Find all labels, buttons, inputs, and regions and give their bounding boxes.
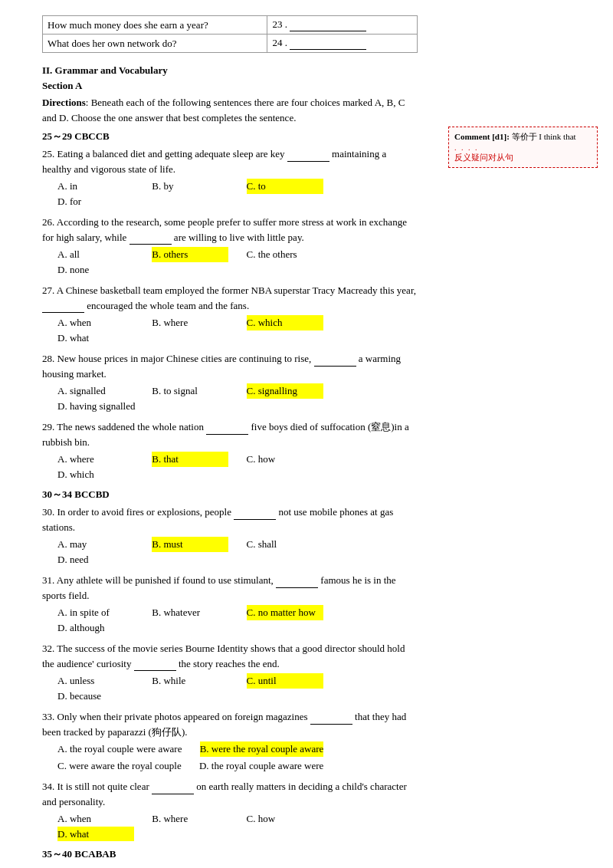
option-25d: D. for: [57, 194, 134, 209]
table-cell-question2: What does her own network do?: [43, 35, 267, 53]
option-26d: D. none: [57, 262, 134, 278]
table-cell-question1: How much money does she earn a year?: [43, 16, 267, 35]
option-26b: B. others: [152, 247, 228, 262]
option-28c: C. signalling: [247, 383, 323, 399]
option-28a: A. signalled: [57, 383, 134, 399]
table-cell-answer2: 24 .: [267, 35, 418, 53]
option-30b: B. must: [152, 537, 228, 552]
option-29a: A. where: [57, 452, 134, 467]
question-range-3: 35～40 BCABAB: [42, 847, 418, 861]
question-31: 31. Any athlete will be punished if foun…: [42, 573, 418, 635]
option-33c: C. were aware the royal couple: [57, 758, 182, 774]
section-title: II. Grammar and Vocabulary: [42, 64, 418, 77]
option-25a: A. in: [57, 179, 134, 194]
question-27: 27. A Chinese basketball team employed t…: [42, 283, 418, 345]
table-row: What does her own network do? 24 .: [43, 35, 418, 53]
question-29: 29. The news saddened the whole nation f…: [42, 419, 418, 482]
question-30: 30. In order to avoid fires or explosion…: [42, 505, 418, 567]
options-row-32: A. unless B. while C. until D. because: [57, 673, 418, 703]
option-27c: C. which: [247, 315, 323, 330]
option-34c: C. how: [247, 811, 323, 827]
options-row-31: A. in spite of B. whatever C. no matter …: [57, 605, 418, 635]
option-32a: A. unless: [57, 673, 134, 689]
option-31c: C. no matter how: [247, 605, 323, 620]
option-27a: A. when: [57, 315, 134, 330]
option-34a: A. when: [57, 811, 134, 827]
option-25c: C. to: [247, 179, 323, 194]
top-table: How much money does she earn a year? 23 …: [42, 15, 418, 53]
option-33b: B. were the royal couple aware: [200, 741, 324, 757]
option-33d: D. the royal couple aware were: [199, 758, 323, 774]
options-row-30: A. may B. must C. shall D. need: [57, 537, 418, 567]
question-26: 26. According to the research, some peop…: [42, 215, 418, 277]
question-35: 35. Though of high costs, many Chinese p…: [42, 864, 418, 868]
question-32: 32. The success of the movie series Bour…: [42, 641, 418, 703]
directions: Directions: Beneath each of the followin…: [42, 95, 418, 125]
option-28d: D. having signalled: [57, 399, 135, 414]
question-33: 33. Only when their private photos appea…: [42, 709, 418, 773]
option-31a: A. in spite of: [57, 605, 134, 620]
option-29c: C. how: [247, 452, 323, 467]
option-29d: D. which: [57, 467, 134, 482]
option-33a: A. the royal couple were aware: [57, 741, 182, 757]
option-28b: B. to signal: [152, 383, 228, 399]
options-row-33: A. the royal couple were aware B. were t…: [57, 741, 418, 773]
option-30c: C. shall: [247, 537, 323, 552]
option-25b: B. by: [152, 179, 228, 194]
option-26a: A. all: [57, 247, 134, 262]
options-row-25: A. in B. by C. to D. for: [57, 179, 418, 209]
question-25: 25. Eating a balanced diet and getting a…: [42, 146, 418, 209]
directions-label: Directions: [42, 97, 86, 108]
comment-title: Comment [d1]:: [454, 132, 510, 141]
question-28: 28. New house prices in major Chinese ci…: [42, 351, 418, 413]
question-range-2: 30～34 BCCBD: [42, 488, 418, 501]
option-27b: B. where: [152, 315, 228, 330]
option-26c: C. the others: [247, 247, 323, 262]
options-row-28: A. signalled B. to signal C. signalling …: [57, 383, 418, 413]
comment-main-text: 等价于 I think that: [512, 132, 576, 141]
option-32b: B. while: [152, 673, 228, 689]
table-row: How much money does she earn a year? 23 …: [43, 16, 418, 35]
comment-dots: . . . .: [454, 143, 479, 152]
option-30d: D. need: [57, 552, 134, 567]
options-row-34: A. when B. where C. how D. what: [57, 811, 418, 841]
comment-box: Comment [d1]: 等价于 I think that . . . . 反…: [448, 127, 598, 168]
options-row-26: A. all B. others C. the others D. none: [57, 247, 418, 277]
option-32d: D. because: [57, 689, 134, 704]
option-31b: B. whatever: [152, 605, 228, 620]
option-30a: A. may: [57, 537, 134, 552]
option-27d: D. what: [57, 330, 134, 346]
option-34b: B. where: [152, 811, 228, 827]
options-row-29: A. where B. that C. how D. which: [57, 452, 418, 482]
options-row-27: A. when B. where C. which D. what: [57, 315, 418, 345]
comment-sub-text: 反义疑问对从句: [454, 153, 513, 162]
sidebar: Comment [d1]: 等价于 I think that . . . . 反…: [441, 0, 613, 868]
option-34d: D. what: [57, 827, 134, 842]
option-29b: B. that: [152, 452, 228, 467]
table-cell-answer1: 23 .: [267, 16, 418, 35]
section-sub: Section A: [42, 80, 418, 92]
option-32c: C. until: [247, 673, 323, 689]
option-31d: D. although: [57, 620, 134, 636]
question-range-1: 25～29 CBCCB: [42, 130, 418, 143]
question-34: 34. It is still not quite clear on earth…: [42, 779, 418, 841]
